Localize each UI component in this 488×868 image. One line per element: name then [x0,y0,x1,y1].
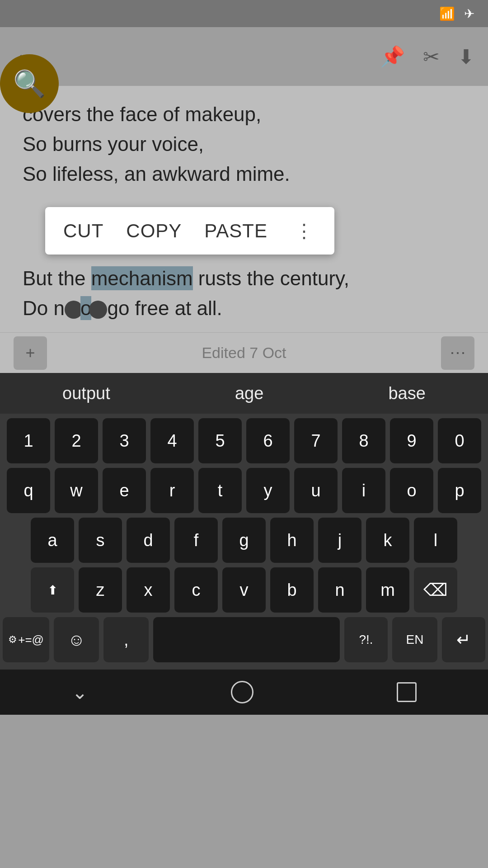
key-w[interactable]: w [55,468,98,513]
context-menu: CUT COPY PASTE ⋮ [45,207,334,255]
text-line5-after: go free at all. [107,297,222,319]
key-n[interactable]: n [318,567,361,613]
nav-recents-button[interactable] [397,682,417,702]
key-b[interactable]: b [270,567,314,613]
nav-home-button[interactable] [231,681,253,703]
key-h[interactable]: h [270,518,314,563]
qwerty-row: q w e r t y u i o p [3,468,485,513]
number-row: 1 2 3 4 5 6 7 8 9 0 [3,418,485,463]
copy-button[interactable]: COPY [126,220,182,242]
key-5[interactable]: 5 [198,418,242,463]
search-bubble[interactable]: 🔍 [0,54,59,113]
key-k[interactable]: k [366,518,409,563]
enter-key[interactable]: ↵ [442,617,485,662]
airplane-icon: ✈ [464,6,474,21]
key-9[interactable]: 9 [390,418,433,463]
key-r[interactable]: r [150,468,194,513]
key-7[interactable]: 7 [294,418,338,463]
text-content-lower: But the mechanism rusts the century, Do … [0,259,488,332]
language-key[interactable]: EN [392,617,437,662]
toolbar-right: 📌 ✂ ⬇ [380,45,474,68]
cut-button[interactable]: CUT [63,220,103,242]
bottom-row: ⚙ +=@ ☺ , ?!. EN ↵ [3,617,485,662]
text-line-4: But the mechanism rusts the century, [23,264,465,293]
key-0[interactable]: 0 [438,418,481,463]
key-p[interactable]: p [438,468,481,513]
pin-icon[interactable]: 📌 [380,45,405,68]
asdf-row: a s d f g h j k l [3,518,485,563]
text-line-3: So lifeless, an awkward mime. [23,159,465,189]
symbols-gear-icon: ⚙ [8,634,17,646]
download-icon[interactable]: ⬇ [458,45,474,68]
key-g[interactable]: g [222,518,266,563]
text-line-1: covers the face of makeup, [23,99,465,129]
key-s[interactable]: s [79,518,122,563]
key-x[interactable]: x [127,567,170,613]
suggestion-1[interactable]: output [49,379,124,408]
special-chars-key[interactable]: ?!. [344,617,388,662]
key-m[interactable]: m [366,567,409,613]
more-options-icon[interactable]: ⋮ [295,220,314,242]
status-bar: 📶 ✈ [0,0,488,27]
nav-back-icon: ⌄ [72,681,88,703]
suggestion-3[interactable]: base [375,379,439,408]
text-line-2: So burns your voice, [23,129,465,159]
text-before-highlight: But the [23,267,91,289]
keyboard: 1 2 3 4 5 6 7 8 9 0 q w e r t y u i o p … [0,414,488,670]
text-highlighted: mechanism [91,266,193,290]
symbols-key[interactable]: ⚙ +=@ [3,617,49,662]
add-icon: + [25,344,35,363]
key-c[interactable]: c [174,567,218,613]
text-content-upper: covers the face of makeup, So burns your… [0,86,488,198]
search-icon: 🔍 [13,68,46,99]
nav-home-circle [231,681,253,703]
backspace-key[interactable]: ⌫ [414,567,457,613]
text-line-5: Do nogo free at all. [23,293,465,323]
selection-handle-left[interactable] [65,301,83,319]
key-j[interactable]: j [318,518,361,563]
key-d[interactable]: d [127,518,170,563]
key-v[interactable]: v [222,567,266,613]
key-l[interactable]: l [414,518,457,563]
key-q[interactable]: q [7,468,50,513]
keyboard-suggestions: output age base [0,373,488,414]
nav-back-button[interactable]: ⌄ [72,681,88,703]
more-button[interactable]: ⋯ [441,336,474,370]
key-1[interactable]: 1 [7,418,50,463]
context-menu-container: CUT COPY PASTE ⋮ [0,198,488,259]
key-a[interactable]: a [31,518,74,563]
text-after-highlight: rusts the century, [193,267,349,289]
key-t[interactable]: t [198,468,242,513]
more-icon: ⋯ [450,344,466,363]
emoji-key[interactable]: ☺ [54,617,99,662]
key-y[interactable]: y [246,468,290,513]
key-6[interactable]: 6 [246,418,290,463]
paste-button[interactable]: PASTE [204,220,267,242]
footer-bar: + Edited 7 Oct ⋯ [0,332,488,373]
cut-icon[interactable]: ✂ [423,45,440,68]
navigation-bar: ⌄ [0,670,488,715]
key-o[interactable]: o [390,468,433,513]
key-4[interactable]: 4 [150,418,194,463]
text-line5-before: Do n [23,297,65,319]
edit-date: Edited 7 Oct [202,344,286,362]
key-3[interactable]: 3 [103,418,146,463]
key-i[interactable]: i [342,468,385,513]
app-toolbar: 🔍 ← 📌 ✂ ⬇ [0,27,488,86]
key-2[interactable]: 2 [55,418,98,463]
add-button[interactable]: + [14,336,47,370]
suggestion-2[interactable]: age [221,379,277,408]
key-8[interactable]: 8 [342,418,385,463]
nav-recents-square [397,682,417,702]
zxcv-row: ⬆ z x c v b n m ⌫ [3,567,485,613]
selection-handle-right[interactable] [89,301,107,319]
comma-key[interactable]: , [103,617,149,662]
wifi-icon: 📶 [439,6,455,21]
shift-key[interactable]: ⬆ [31,567,74,613]
space-key[interactable] [153,617,340,662]
key-z[interactable]: z [79,567,122,613]
key-e[interactable]: e [103,468,146,513]
key-u[interactable]: u [294,468,338,513]
key-f[interactable]: f [174,518,218,563]
